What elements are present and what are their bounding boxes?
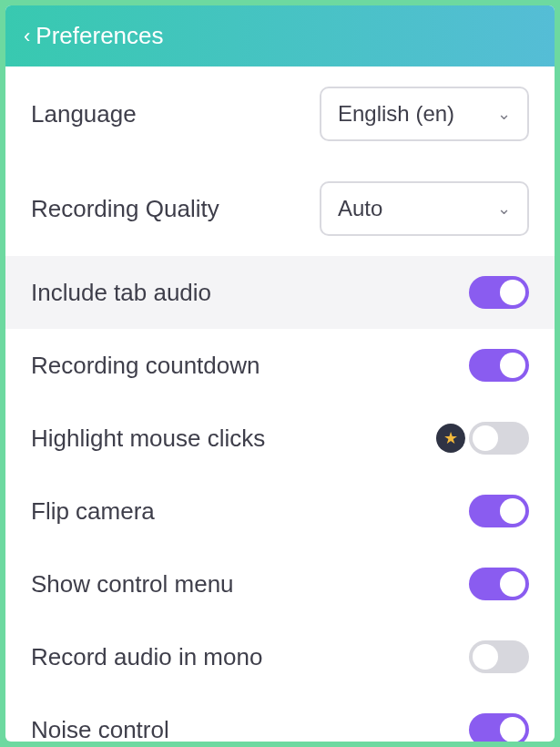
row-recording-countdown: Recording countdown — [5, 329, 555, 402]
panel-header[interactable]: ‹ Preferences — [5, 5, 555, 67]
toggle-knob — [473, 425, 498, 451]
premium-toggle-group: ★ — [436, 422, 529, 455]
label-recording-quality: Recording Quality — [31, 195, 309, 223]
row-highlight-mouse-clicks: Highlight mouse clicks ★ — [5, 402, 555, 475]
recording-quality-select[interactable]: Auto ⌄ — [320, 181, 529, 236]
toggle-recording-countdown[interactable] — [469, 349, 529, 382]
premium-star-icon: ★ — [436, 424, 465, 453]
language-value: English (en) — [338, 101, 454, 127]
label-flip-camera: Flip camera — [31, 497, 458, 526]
toggle-noise-control[interactable] — [469, 713, 529, 742]
label-record-audio-mono: Record audio in mono — [31, 643, 458, 671]
row-flip-camera: Flip camera — [5, 475, 555, 547]
label-include-tab-audio: Include tab audio — [31, 279, 458, 307]
toggle-flip-camera[interactable] — [469, 495, 529, 527]
toggle-knob — [500, 353, 525, 378]
header-title: Preferences — [36, 22, 163, 50]
row-record-audio-mono: Record audio in mono — [5, 620, 555, 693]
chevron-down-icon: ⌄ — [497, 104, 511, 124]
row-noise-control: Noise control — [5, 693, 555, 742]
back-icon: ‹ — [24, 25, 30, 48]
row-show-control-menu: Show control menu — [5, 547, 555, 620]
recording-quality-value: Auto — [338, 196, 382, 221]
chevron-down-icon: ⌄ — [497, 199, 511, 219]
label-language: Language — [31, 100, 309, 128]
toggle-record-audio-mono[interactable] — [469, 640, 529, 673]
toggle-knob — [500, 717, 525, 742]
label-recording-countdown: Recording countdown — [31, 352, 458, 380]
settings-list: Language English (en) ⌄ Recording Qualit… — [5, 67, 555, 742]
toggle-knob — [500, 498, 525, 524]
toggle-highlight-mouse-clicks[interactable] — [469, 422, 529, 455]
toggle-knob — [500, 280, 525, 305]
row-recording-quality: Recording Quality Auto ⌄ — [5, 161, 555, 256]
preferences-panel: ‹ Preferences Language English (en) ⌄ Re… — [5, 5, 555, 742]
toggle-knob — [500, 571, 525, 597]
row-language: Language English (en) ⌄ — [5, 67, 555, 161]
label-noise-control: Noise control — [31, 716, 458, 742]
label-show-control-menu: Show control menu — [31, 570, 458, 599]
toggle-knob — [473, 644, 498, 670]
toggle-show-control-menu[interactable] — [469, 568, 529, 600]
toggle-include-tab-audio[interactable] — [469, 276, 529, 309]
label-highlight-mouse-clicks: Highlight mouse clicks — [31, 425, 425, 453]
row-include-tab-audio: Include tab audio — [5, 256, 555, 329]
language-select[interactable]: English (en) ⌄ — [320, 87, 529, 141]
